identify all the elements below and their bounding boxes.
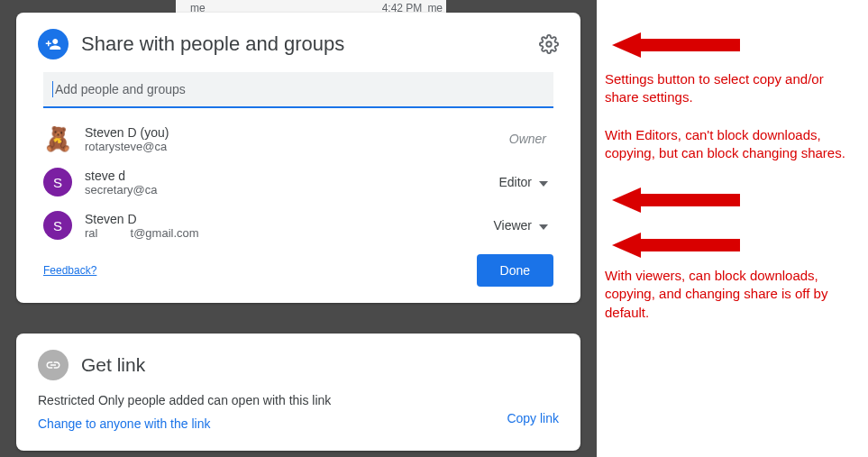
svg-point-0 xyxy=(546,41,552,47)
avatar: S xyxy=(43,211,72,240)
avatar: 🧸 xyxy=(43,124,72,153)
avatar: S xyxy=(43,168,72,197)
getlink-title: Get link xyxy=(81,354,145,376)
person-email: ral t@gmail.com xyxy=(85,226,488,240)
share-header: Share with people and groups xyxy=(23,29,573,59)
people-icon xyxy=(38,29,69,59)
role-dropdown-viewer[interactable]: Viewer xyxy=(488,215,553,236)
search-placeholder: Add people and groups xyxy=(55,82,186,96)
role-owner: Owner xyxy=(509,132,553,146)
feedback-link[interactable]: Feedback? xyxy=(43,264,96,277)
person-name: Steven D (you) xyxy=(85,125,509,140)
share-footer: Feedback? Done xyxy=(23,247,573,287)
annotation-2: With Editors, can't block downloads, cop… xyxy=(605,126,857,163)
getlink-header: Get link xyxy=(38,350,559,380)
input-caret xyxy=(52,81,53,97)
copy-link-button[interactable]: Copy link xyxy=(507,406,559,431)
person-row-editor: S steve d secretary@ca Editor xyxy=(23,160,573,204)
share-dialog: Share with people and groups Add people … xyxy=(16,13,580,303)
restricted-text: Restricted Only people added can open wi… xyxy=(38,393,507,407)
gear-icon[interactable] xyxy=(539,34,559,54)
getlink-dialog: Get link Restricted Only people added ca… xyxy=(16,334,580,451)
chevron-down-icon xyxy=(539,218,548,233)
role-dropdown-editor[interactable]: Editor xyxy=(493,171,553,193)
annotation-3: With viewers, can block downloads, copyi… xyxy=(605,267,857,322)
arrow-3 xyxy=(612,233,740,258)
person-name: Steven D xyxy=(85,212,488,226)
person-email: secretary@ca xyxy=(85,183,493,197)
person-row-viewer: S Steven D ral t@gmail.com Viewer xyxy=(23,204,573,247)
link-icon xyxy=(38,350,69,380)
search-input[interactable]: Add people and groups xyxy=(43,72,553,108)
chevron-down-icon xyxy=(539,175,548,189)
arrow-1 xyxy=(612,32,740,58)
annotation-1: Settings button to select copy and/or sh… xyxy=(605,70,857,107)
change-access-link[interactable]: Change to anyone with the link xyxy=(38,416,507,431)
share-title: Share with people and groups xyxy=(81,32,539,56)
arrow-2 xyxy=(612,187,740,213)
person-row-owner: 🧸 Steven D (you) rotarysteve@ca Owner xyxy=(23,117,573,160)
done-button[interactable]: Done xyxy=(477,254,553,287)
person-email: rotarysteve@ca xyxy=(85,140,509,153)
person-name: steve d xyxy=(85,169,493,183)
